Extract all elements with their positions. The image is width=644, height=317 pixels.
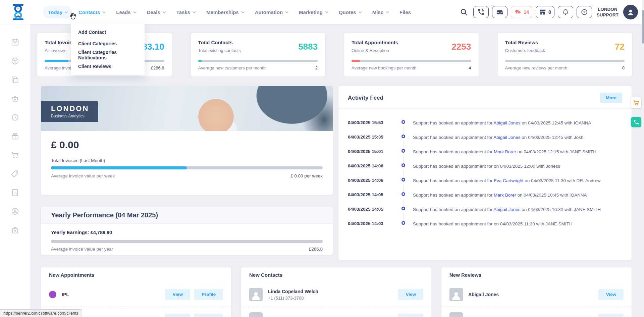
menu-item-leads[interactable]: Leads xyxy=(111,6,140,18)
activity-entry: 04/03/2025 15:01 Support has booked an a… xyxy=(348,149,622,163)
sidebar-report-icon[interactable] xyxy=(0,183,30,202)
activity-time: 04/03/2025 14:05 xyxy=(348,192,398,197)
sidebar-support-icon[interactable] xyxy=(0,202,30,221)
chat-bubbles-icon xyxy=(514,8,522,16)
menu-item-today[interactable]: Today xyxy=(43,6,72,18)
stat-card-appointments: Total Appointments Online & Reception 22… xyxy=(344,33,479,76)
menu-label: Files xyxy=(399,9,411,15)
contact-phone: +1 (511) 373-3708 xyxy=(268,296,318,301)
menu-item-contacts[interactable]: Contacts xyxy=(73,6,110,18)
activity-post: on 04/03/2025 10:30 with JANE SMITH xyxy=(521,207,601,212)
view-button[interactable]: View xyxy=(165,289,190,300)
menu-item-misc[interactable]: Misc xyxy=(367,6,393,18)
activity-pre: Support has booked an appointment for xyxy=(413,120,493,125)
client-link[interactable]: Mark Borer xyxy=(494,149,516,154)
view-button[interactable]: View xyxy=(165,314,190,317)
menu-label: Memberships xyxy=(206,9,239,15)
dropdown-item-client-reviews[interactable]: Client Reviews xyxy=(71,61,145,72)
dropdown-item-client-categories-notifications[interactable]: Client Categories Notifications xyxy=(71,49,145,61)
sidebar-copy-icon[interactable] xyxy=(0,70,30,89)
menu-label: Deals xyxy=(147,9,160,15)
search-icon xyxy=(460,8,468,16)
stat-subtitle: Customers feedback xyxy=(505,48,625,53)
chevron-down-icon xyxy=(325,10,328,13)
phone-icon xyxy=(477,8,485,16)
menu-item-files[interactable]: Files xyxy=(394,6,416,18)
dropdown-item-add-contact[interactable]: Add Contact xyxy=(71,27,145,38)
inbox-button[interactable] xyxy=(492,6,507,18)
menu-label: Contacts xyxy=(78,9,100,15)
view-button[interactable]: View xyxy=(598,314,624,317)
client-link[interactable]: Abigail Jones xyxy=(493,120,520,125)
stat-value: 5883 xyxy=(298,42,318,52)
stat-card-reviews: Total Reviews Customers feedback 72 Aver… xyxy=(498,33,632,76)
floating-cart-button[interactable] xyxy=(631,97,641,108)
hero-footer-value: £ 0.00 per week xyxy=(290,173,323,178)
menu-label: Marketing xyxy=(299,9,323,15)
chat-button[interactable]: 14 xyxy=(511,6,532,18)
profile-button[interactable]: Profile xyxy=(194,289,223,300)
svg-text:?: ? xyxy=(583,10,585,14)
client-link[interactable]: Mark Borer xyxy=(494,193,516,198)
view-button[interactable]: View xyxy=(398,289,423,300)
user-avatar[interactable] xyxy=(623,5,638,19)
chevron-down-icon xyxy=(193,10,196,13)
notifications-button[interactable] xyxy=(558,6,573,18)
activity-time: 04/03/2025 14:06 xyxy=(348,163,398,168)
stat-footer-value: 4 xyxy=(469,65,471,70)
help-button[interactable]: ? xyxy=(577,6,592,18)
activity-pre: Support has booked an appointment for xyxy=(413,221,492,226)
navbar-actions: 14 8 ? LONDON SUPPORT xyxy=(460,5,638,19)
stat-footer-label: Average new reviews per month xyxy=(505,65,567,70)
sidebar-history-icon[interactable] xyxy=(0,108,30,127)
menu-item-deals[interactable]: Deals xyxy=(142,6,170,18)
chevron-down-icon xyxy=(241,10,245,13)
progress-fill xyxy=(51,166,187,169)
menu-item-quotes[interactable]: Quotes xyxy=(334,6,366,18)
menu-item-marketing[interactable]: Marketing xyxy=(294,6,332,18)
client-link[interactable]: Abigail Jones xyxy=(493,135,520,140)
activity-text: Support has booked an appointment for Ma… xyxy=(413,192,622,198)
menu-item-automation[interactable]: Automation xyxy=(250,6,292,18)
menu-item-memberships[interactable]: Memberships xyxy=(201,6,249,18)
sidebar-lock-icon[interactable] xyxy=(0,221,30,240)
floating-whatsapp-button[interactable] xyxy=(631,117,641,127)
phone-button[interactable] xyxy=(473,6,489,18)
activity-list: 04/03/2025 15:53 Support has booked an a… xyxy=(338,109,632,235)
chevron-down-icon xyxy=(386,10,389,13)
sidebar-basket-icon[interactable] xyxy=(0,89,30,108)
yearly-footer-label: Average invoice value per year xyxy=(51,247,113,252)
sidebar-tag-icon[interactable] xyxy=(0,164,30,183)
search-button[interactable] xyxy=(460,8,468,16)
view-button[interactable]: View xyxy=(598,289,624,300)
menu-label: Tasks xyxy=(176,9,190,15)
progress-track xyxy=(505,60,625,62)
app-logo[interactable] xyxy=(9,3,27,21)
hourglass-logo-icon xyxy=(10,3,26,21)
menu-item-tasks[interactable]: Tasks xyxy=(171,6,200,18)
client-link[interactable]: Abigail Jones xyxy=(493,207,520,212)
phone-chat-icon xyxy=(633,119,639,125)
help-icon: ? xyxy=(581,8,588,16)
client-link[interactable]: Eva Cartwright xyxy=(494,178,524,183)
activity-text: Support has booked an appointment for on… xyxy=(413,221,622,227)
svg-text:12: 12 xyxy=(14,42,16,44)
menu-label: Misc xyxy=(372,9,383,15)
stat-footer-label: Average new customers per month xyxy=(198,65,266,70)
store-button[interactable]: 8 xyxy=(536,6,554,18)
activity-entry: 04/03/2025 14:05 Support has booked an a… xyxy=(348,192,622,207)
contacts-dropdown-menu: Add Contact Client Categories Client Cat… xyxy=(71,24,145,75)
timeline-dot-icon xyxy=(401,178,405,181)
dropdown-item-client-categories[interactable]: Client Categories xyxy=(71,38,145,49)
more-button[interactable]: More xyxy=(600,93,622,103)
sidebar-package-icon[interactable] xyxy=(0,52,30,70)
scrollbar-thumb[interactable] xyxy=(642,10,644,44)
menu-label: Quotes xyxy=(339,9,356,15)
sidebar-cart-icon[interactable] xyxy=(0,146,30,164)
sidebar-gift-icon[interactable] xyxy=(0,127,30,146)
sidebar-calendar-icon[interactable]: 12 xyxy=(0,33,30,52)
view-button[interactable]: View xyxy=(398,314,423,317)
profile-button[interactable]: Profile xyxy=(194,314,223,317)
timeline-line xyxy=(403,156,404,164)
left-sidebar: 12 xyxy=(0,24,30,317)
